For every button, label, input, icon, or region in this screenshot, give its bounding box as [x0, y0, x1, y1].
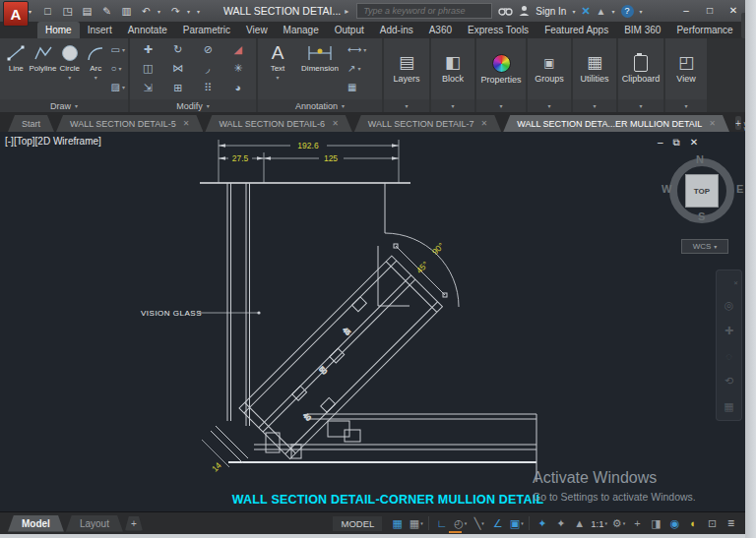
ribbon-tab-a360[interactable]: A360: [421, 22, 460, 38]
close-tab-icon[interactable]: ✕: [709, 119, 716, 128]
viewport-close-icon[interactable]: ✕: [690, 137, 698, 149]
fillet-icon[interactable]: ◞: [206, 62, 210, 75]
panel-label-modify[interactable]: Modify▾: [130, 99, 256, 112]
layers-button[interactable]: ▤ Layers: [384, 38, 429, 99]
viewcube-west[interactable]: W: [662, 183, 671, 195]
zoom-icon[interactable]: ◌: [725, 350, 732, 362]
panel-label-view[interactable]: ▾: [665, 99, 707, 112]
arc-caret-icon[interactable]: ▾: [94, 74, 97, 81]
ribbon-tab-bim360[interactable]: BIM 360: [616, 22, 668, 38]
move-icon[interactable]: ✚: [144, 43, 153, 56]
save-icon[interactable]: ▤: [79, 3, 95, 19]
file-tab-start[interactable]: Start: [8, 115, 54, 132]
minimize-button[interactable]: –: [674, 0, 698, 22]
title-expand-icon[interactable]: ▸: [345, 7, 348, 16]
line-button[interactable]: Line: [3, 40, 30, 97]
ribbon-tab-parametric[interactable]: Parametric: [175, 22, 238, 38]
ribbon-tab-performance[interactable]: Performance: [668, 22, 740, 38]
navbar-close-icon[interactable]: ✕: [733, 279, 738, 286]
new-layout-button[interactable]: +: [125, 516, 143, 531]
viewcube-east[interactable]: E: [736, 183, 743, 195]
panel-label-properties[interactable]: ▾: [476, 99, 526, 112]
object-snap-tracking-icon[interactable]: ∠: [489, 517, 506, 530]
model-space-button[interactable]: MODEL: [333, 516, 382, 531]
new-file-icon[interactable]: □: [39, 3, 56, 19]
orbit-icon[interactable]: ⟲: [724, 375, 733, 388]
table-icon[interactable]: ▦: [347, 82, 356, 93]
ellipse-icon[interactable]: ○: [111, 63, 117, 75]
autoscale-icon[interactable]: ✦: [552, 517, 569, 530]
layout-tab[interactable]: Layout: [66, 515, 123, 532]
utilities-button[interactable]: ▦ Utilities: [573, 38, 616, 99]
wcs-dropdown[interactable]: WCS▾: [681, 239, 728, 254]
panel-label-groups[interactable]: ▾: [528, 99, 571, 112]
app-menu-button[interactable]: A: [3, 1, 29, 27]
viewcube-north[interactable]: N: [696, 153, 704, 165]
close-tab-icon[interactable]: ✕: [183, 119, 190, 128]
ribbon-tab-featured-apps[interactable]: Featured Apps: [536, 22, 616, 38]
copy-icon[interactable]: ◫: [143, 62, 153, 75]
viewport-menu-button[interactable]: [-]: [5, 136, 14, 147]
workspace-icon[interactable]: ⚙▾: [610, 517, 627, 530]
model-space-canvas[interactable]: [-][Top][2D Wireframe] – ⧉ ✕ TOP N S W E…: [0, 132, 745, 511]
file-tab-detail-6[interactable]: WALL SECTION DETAIL-6 ✕: [205, 115, 351, 132]
search-input[interactable]: [361, 5, 487, 17]
stretch-icon[interactable]: ⇲: [144, 82, 153, 94]
properties-button[interactable]: Properties: [476, 38, 526, 99]
gradient-icon[interactable]: ◕: [234, 82, 241, 93]
new-drawing-tab-button[interactable]: +: [735, 116, 741, 130]
close-tab-icon[interactable]: ✕: [481, 119, 488, 128]
scale-icon[interactable]: ⊞: [173, 82, 182, 94]
maximize-button[interactable]: □: [698, 0, 722, 22]
customization-icon[interactable]: ≡: [723, 516, 739, 530]
text-button[interactable]: A Text ▾: [261, 40, 294, 97]
file-tab-detail-5[interactable]: WALL SECTION DETAIL-5 ✕: [56, 115, 203, 132]
panel-label-draw[interactable]: Draw▾: [0, 99, 128, 112]
redo-caret-icon[interactable]: ▾: [187, 8, 194, 15]
visual-style-button[interactable]: [2D Wireframe]: [35, 136, 101, 147]
circle-button[interactable]: Circle ▾: [57, 40, 84, 97]
linear-dimension-icon[interactable]: ⟷: [347, 44, 361, 56]
explode-icon[interactable]: ✳: [233, 62, 242, 75]
mirror-icon[interactable]: ⋈: [172, 62, 183, 75]
erase-icon[interactable]: ◢: [234, 43, 242, 56]
search-binoculars-icon[interactable]: [498, 6, 513, 17]
ribbon-tab-insert[interactable]: Insert: [80, 22, 120, 38]
polar-tracking-icon[interactable]: ◴▾: [452, 517, 469, 530]
panel-label-block[interactable]: ▾: [431, 99, 474, 112]
user-icon[interactable]: [519, 5, 530, 17]
model-tab[interactable]: Model: [8, 515, 64, 532]
clean-screen-icon[interactable]: ⊡: [704, 517, 721, 530]
ribbon-tab-home[interactable]: Home: [37, 22, 80, 38]
exchange-apps-icon[interactable]: ✕: [581, 5, 590, 18]
open-file-icon[interactable]: ◳: [59, 3, 76, 19]
a360-caret-icon[interactable]: ▾: [612, 8, 615, 15]
file-tab-detail-7[interactable]: WALL SECTION DETAIL-7 ✕: [354, 115, 501, 132]
polyline-button[interactable]: Polyline: [30, 40, 57, 97]
isodraft-icon[interactable]: ╲▾: [471, 517, 487, 530]
save-as-icon[interactable]: ✎: [98, 3, 115, 19]
panel-label-clipboard[interactable]: ▾: [618, 99, 663, 112]
plot-icon[interactable]: ▥: [118, 3, 135, 19]
quick-properties-icon[interactable]: ◨: [648, 517, 664, 530]
annotation-scale-icon[interactable]: ▲: [571, 517, 588, 529]
arc-button[interactable]: Arc ▾: [83, 40, 109, 97]
rotate-icon[interactable]: ↻: [173, 43, 182, 56]
ortho-icon[interactable]: ∟: [433, 517, 450, 529]
clipboard-button[interactable]: Clipboard: [618, 38, 663, 99]
panel-label-annotation[interactable]: Annotation▾: [258, 99, 382, 112]
ribbon-tab-addins[interactable]: Add-ins: [372, 22, 421, 38]
circle-caret-icon[interactable]: ▾: [68, 74, 71, 81]
navigation-wheel-icon[interactable]: ◎: [724, 299, 734, 312]
undo-caret-icon[interactable]: ▾: [158, 8, 164, 15]
viewport-minimize-icon[interactable]: –: [658, 137, 663, 149]
panel-label-layers[interactable]: ▾: [384, 99, 429, 112]
ribbon-tab-manage[interactable]: Manage: [276, 22, 327, 38]
file-tab-corner-mullion[interactable]: WALL SECTION DETA...ER MULLION DETAIL ✕: [503, 115, 729, 132]
snap-mode-icon[interactable]: ▦▾: [408, 517, 424, 530]
help-icon[interactable]: ?: [621, 5, 634, 18]
trim-icon[interactable]: ⊘: [204, 43, 213, 56]
view-button[interactable]: ◰ View: [665, 38, 707, 99]
dimension-button[interactable]: Dimension: [294, 40, 346, 97]
array-icon[interactable]: ⠿: [204, 82, 212, 94]
